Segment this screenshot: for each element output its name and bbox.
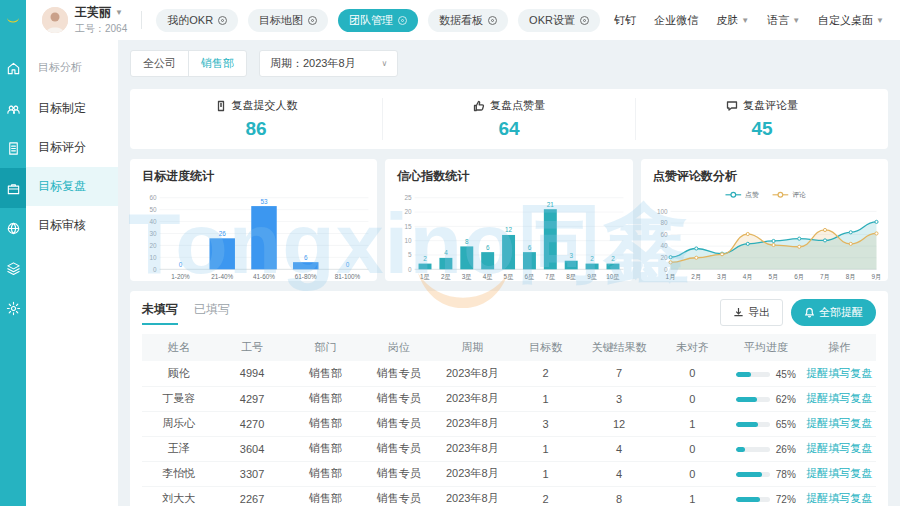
rail-item-gear-icon[interactable]: [0, 288, 26, 328]
document-icon: [215, 100, 227, 112]
target-circle-icon: [398, 16, 407, 25]
nav-tab-label: 我的OKR: [167, 13, 213, 28]
filter-bar: 全公司销售部 周期：2023年8月 ∨: [130, 50, 888, 77]
svg-text:0: 0: [346, 261, 350, 268]
nav-tab-2[interactable]: 团队管理: [338, 9, 418, 32]
svg-text:4星: 4星: [483, 273, 493, 280]
svg-text:1月: 1月: [665, 273, 675, 281]
progress-value: 72%: [776, 494, 796, 505]
svg-text:10星: 10星: [607, 273, 620, 280]
remind-fill-review-link[interactable]: 提醒填写复盘: [806, 367, 872, 379]
export-button[interactable]: 导出: [720, 299, 783, 326]
cell-progress: 65%: [729, 411, 802, 436]
sidebar-item-0[interactable]: 目标制定: [26, 89, 118, 128]
nav-tab-4[interactable]: OKR设置: [518, 9, 600, 32]
cell-unaligned: 1: [656, 411, 729, 436]
period-dropdown-value: 周期：2023年8月: [270, 56, 356, 71]
icon-rail: [0, 40, 26, 506]
svg-text:10: 10: [405, 237, 413, 244]
svg-text:0: 0: [179, 261, 183, 268]
cell-position: 销售专员: [362, 411, 435, 436]
avatar: [42, 7, 68, 33]
stat-label: 复盘评论量: [743, 98, 798, 113]
top-bar: 王芙丽▼ 工号：2064 我的OKR目标地图团队管理数据看板OKR设置 钉钉企业…: [0, 0, 900, 40]
cell-action: 提醒填写复盘: [803, 436, 876, 461]
progress-value: 78%: [776, 469, 796, 480]
svg-text:5星: 5星: [504, 273, 514, 280]
svg-text:7星: 7星: [546, 273, 556, 280]
remind-fill-review-link[interactable]: 提醒填写复盘: [806, 467, 872, 479]
nav-tab-0[interactable]: 我的OKR: [156, 9, 238, 32]
user-block[interactable]: 王芙丽▼ 工号：2064: [26, 4, 141, 36]
app-logo[interactable]: [0, 0, 26, 40]
user-name: 王芙丽: [75, 4, 111, 21]
remind-fill-review-link[interactable]: 提醒填写复盘: [806, 442, 872, 454]
thumbs-up-icon: [473, 100, 485, 112]
rail-item-document-icon[interactable]: [0, 128, 26, 168]
sidebar-item-1[interactable]: 目标评分: [26, 128, 118, 167]
topbar-dropdown-1[interactable]: 语言▼: [767, 13, 800, 28]
column-header-1: 工号: [215, 334, 288, 361]
chart-title: 目标进度统计: [138, 168, 373, 185]
cell-period: 2023年8月: [436, 411, 509, 436]
svg-text:9星: 9星: [587, 273, 597, 280]
stat-value: 86: [130, 118, 382, 140]
cell-period: 2023年8月: [436, 436, 509, 461]
cell-action: 提醒填写复盘: [803, 411, 876, 436]
main-nav-tabs: 我的OKR目标地图团队管理数据看板OKR设置: [156, 9, 600, 32]
table-tab-0[interactable]: 未填写: [142, 301, 178, 325]
remind-fill-review-link[interactable]: 提醒填写复盘: [806, 492, 872, 504]
remind-all-button[interactable]: 全部提醒: [791, 299, 876, 326]
scope-option-0[interactable]: 全公司: [131, 51, 188, 76]
svg-text:20: 20: [405, 208, 413, 215]
main-content: 全公司销售部 周期：2023年8月 ∨ 复盘提交人数86复盘点赞量64复盘评论量…: [118, 40, 900, 506]
svg-text:0: 0: [408, 266, 412, 273]
stat-label: 复盘点赞量: [490, 98, 545, 113]
remind-fill-review-link[interactable]: 提醒填写复盘: [806, 417, 872, 429]
progress-bar: [736, 422, 770, 427]
nav-tab-3[interactable]: 数据看板: [428, 9, 508, 32]
remind-fill-review-link[interactable]: 提醒填写复盘: [806, 392, 872, 404]
target-circle-icon: [308, 16, 317, 25]
download-icon: [733, 307, 744, 318]
target-circle-icon: [488, 16, 497, 25]
topbar-dropdown-0[interactable]: 皮肤▼: [716, 13, 749, 28]
rail-item-layers-icon[interactable]: [0, 248, 26, 288]
cell-progress: 78%: [729, 461, 802, 486]
cell-name: 顾伦: [142, 361, 215, 386]
stat-value: 45: [636, 118, 888, 140]
column-header-5: 目标数: [509, 334, 582, 361]
sidebar-item-3[interactable]: 目标审核: [26, 206, 118, 245]
svg-text:30: 30: [150, 230, 158, 237]
svg-text:8: 8: [465, 238, 469, 245]
rail-item-briefcase-icon[interactable]: [0, 168, 26, 208]
svg-text:5: 5: [408, 251, 412, 258]
cell-key-result-count: 3: [582, 386, 655, 411]
nav-tab-label: 数据看板: [439, 13, 483, 28]
sidebar-item-2[interactable]: 目标复盘: [26, 167, 118, 206]
table-row: 周乐心4270销售部销售专员2023年8月312165%提醒填写复盘: [142, 411, 876, 436]
target-circle-icon: [580, 16, 589, 25]
table-tab-1[interactable]: 已填写: [194, 301, 230, 325]
rail-item-globe-icon[interactable]: [0, 208, 26, 248]
svg-text:评论: 评论: [792, 191, 806, 198]
cell-goal-count: 1: [509, 436, 582, 461]
svg-text:1-20%: 1-20%: [171, 273, 190, 280]
cell-period: 2023年8月: [436, 386, 509, 411]
topbar-dropdown-2[interactable]: 自定义桌面▼: [818, 13, 884, 28]
cell-position: 销售专员: [362, 486, 435, 506]
nav-tab-label: OKR设置: [529, 13, 575, 28]
nav-tab-1[interactable]: 目标地图: [248, 9, 328, 32]
briefcase-icon: [6, 181, 21, 196]
topbar-link-0[interactable]: 钉钉: [614, 13, 636, 28]
cell-position: 销售专员: [362, 461, 435, 486]
svg-text:8月: 8月: [845, 273, 855, 281]
period-dropdown[interactable]: 周期：2023年8月 ∨: [259, 50, 398, 77]
cell-employee-id: 4270: [215, 411, 288, 436]
cell-employee-id: 2267: [215, 486, 288, 506]
rail-item-users-icon[interactable]: [0, 88, 26, 128]
topbar-link-1[interactable]: 企业微信: [654, 13, 698, 28]
scope-option-1[interactable]: 销售部: [188, 51, 246, 76]
cell-action: 提醒填写复盘: [803, 461, 876, 486]
rail-item-home-icon[interactable]: [0, 48, 26, 88]
